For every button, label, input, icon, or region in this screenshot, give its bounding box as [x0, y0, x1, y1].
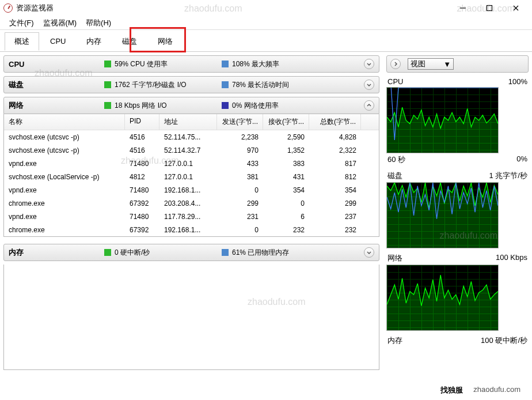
cpu-chart: [386, 87, 499, 153]
cell-total: 232: [309, 225, 361, 235]
table-row[interactable]: vpnd.exe71480127.0.0.1433383817: [4, 157, 379, 170]
disk-active-text: 78% 最长活动时间: [232, 80, 289, 90]
cpu-section-header[interactable]: CPU 59% CPU 使用率 108% 最大频率: [3, 55, 379, 73]
cell-name: svchost.exe (LocalService -p): [4, 172, 125, 182]
cpu-freq-icon: [222, 61, 229, 67]
cell-total: 812: [309, 172, 361, 182]
cell-total: 2,322: [309, 145, 361, 156]
cell-pid: 4812: [125, 172, 159, 182]
cell-pid: 4516: [125, 145, 159, 156]
cell-name: chrome.exe: [4, 198, 125, 209]
view-dropdown[interactable]: 视图 ▼: [408, 58, 454, 70]
cell-send: 231: [217, 212, 263, 222]
cell-total: 4,828: [309, 132, 361, 142]
cell-recv: 1,352: [263, 145, 309, 156]
memory-collapse-btn[interactable]: [364, 247, 374, 258]
dropdown-arrow-icon: ▼: [443, 60, 451, 69]
menu-monitor[interactable]: 监视器(M): [40, 17, 81, 29]
memory-section-body: [3, 265, 379, 370]
disk-chart-max: 1 兆字节/秒: [489, 171, 527, 181]
tab-overview[interactable]: 概述: [5, 32, 39, 51]
cell-recv: 232: [263, 225, 309, 235]
disk-chart-block: 磁盘1 兆字节/秒: [386, 169, 529, 248]
tab-disk[interactable]: 磁盘: [112, 32, 147, 51]
memory-chart-title: 内存: [387, 335, 402, 345]
tab-memory[interactable]: 内存: [77, 32, 111, 51]
table-body: svchost.exe (utcsvc -p)451652.114.75...2…: [4, 130, 379, 236]
cell-addr: 117.78.29...: [159, 212, 217, 222]
network-usage-text: 0% 网络使用率: [232, 101, 279, 111]
cell-recv: 6: [263, 212, 309, 222]
disk-section-header[interactable]: 磁盘 1762 千字节/秒磁盘 I/O 78% 最长活动时间: [3, 76, 379, 93]
cell-send: 299: [217, 198, 263, 209]
cell-name: vpnd.exe: [4, 212, 125, 222]
maximize-button[interactable]: [481, 2, 497, 14]
cpu-usage-icon: [104, 61, 111, 67]
network-chart-max: 100 Kbps: [496, 253, 527, 263]
cell-send: 0: [217, 185, 263, 195]
col-total[interactable]: 总数(字节...: [309, 114, 361, 130]
cell-total: 299: [309, 198, 361, 209]
col-send[interactable]: 发送(字节...: [217, 114, 263, 130]
window-controls: [455, 2, 529, 14]
cell-addr: 192.168.1...: [159, 225, 217, 235]
app-icon: [3, 3, 13, 13]
menu-help[interactable]: 帮助(H): [82, 17, 115, 29]
cell-pid: 71480: [125, 212, 159, 222]
titlebar: 资源监视器: [0, 0, 532, 16]
cell-send: 970: [217, 145, 263, 156]
cell-addr: 52.114.75...: [159, 132, 217, 142]
window-title: 资源监视器: [16, 3, 455, 13]
table-row[interactable]: vpnd.exe71480117.78.29...2316237: [4, 210, 379, 223]
tab-cpu[interactable]: CPU: [40, 33, 75, 50]
network-chart-block: 网络100 Kbps: [386, 252, 529, 331]
table-row[interactable]: vpnd.exe71480192.168.1...0354354: [4, 183, 379, 197]
right-header: 视图 ▼: [386, 55, 529, 73]
disk-chart-title: 磁盘: [387, 171, 402, 181]
table-row[interactable]: svchost.exe (utcsvc -p)451652.114.32.797…: [4, 144, 379, 157]
disk-active-icon: [222, 81, 229, 88]
network-section: 网络 18 Kbps 网络 I/O 0% 网络使用率 名称 PID 地址 发送(…: [3, 97, 379, 237]
cell-total: 817: [309, 159, 361, 169]
footer-url: zhaodufu.com: [473, 385, 520, 395]
close-button[interactable]: [508, 2, 524, 14]
cell-total: 354: [309, 185, 361, 195]
cpu-section-title: CPU: [9, 60, 101, 69]
menu-file[interactable]: 文件(F): [6, 17, 37, 29]
cell-name: vpnd.exe: [4, 185, 125, 195]
table-header: 名称 PID 地址 发送(字节... 接收(字节... 总数(字节...: [4, 114, 379, 130]
table-row[interactable]: svchost.exe (LocalService -p)4812127.0.0…: [4, 170, 379, 183]
disk-chart: [386, 182, 499, 248]
menubar: 文件(F) 监视器(M) 帮助(H): [0, 16, 532, 30]
col-name[interactable]: 名称: [4, 114, 125, 130]
col-pid[interactable]: PID: [125, 114, 159, 130]
cpu-collapse-btn[interactable]: [364, 59, 374, 69]
minimize-button[interactable]: [455, 2, 471, 14]
disk-io-text: 1762 千字节/秒磁盘 I/O: [115, 80, 218, 90]
svg-rect-1: [487, 6, 492, 11]
table-row[interactable]: svchost.exe (utcsvc -p)451652.114.75...2…: [4, 130, 379, 144]
cell-recv: 0: [263, 198, 309, 209]
cell-name: svchost.exe (utcsvc -p): [4, 132, 125, 142]
memory-fault-icon: [104, 249, 111, 256]
memory-used-icon: [222, 249, 229, 256]
disk-collapse-btn[interactable]: [364, 80, 374, 90]
col-recv[interactable]: 接收(字节...: [263, 114, 309, 130]
cell-pid: 71480: [125, 159, 159, 169]
network-section-header[interactable]: 网络 18 Kbps 网络 I/O 0% 网络使用率: [3, 97, 379, 114]
cell-addr: 127.0.0.1: [159, 159, 217, 169]
cell-recv: 354: [263, 185, 309, 195]
cell-send: 0: [217, 225, 263, 235]
memory-section-header[interactable]: 内存 0 硬中断/秒 61% 已用物理内存: [3, 244, 379, 261]
cell-pid: 67392: [125, 225, 159, 235]
col-addr[interactable]: 地址: [159, 114, 217, 130]
table-row[interactable]: chrome.exe67392192.168.1...0232232: [4, 223, 379, 236]
memory-chart-block: 内存100 硬中断/秒: [386, 334, 529, 345]
table-row[interactable]: chrome.exe67392203.208.4...2990299: [4, 197, 379, 210]
cell-addr: 203.208.4...: [159, 198, 217, 209]
network-table: 名称 PID 地址 发送(字节... 接收(字节... 总数(字节... svc…: [3, 114, 379, 237]
network-chart-title: 网络: [387, 253, 402, 263]
tab-network[interactable]: 网络: [148, 32, 183, 51]
network-collapse-btn[interactable]: [364, 100, 374, 111]
right-collapse-btn[interactable]: [390, 59, 401, 69]
